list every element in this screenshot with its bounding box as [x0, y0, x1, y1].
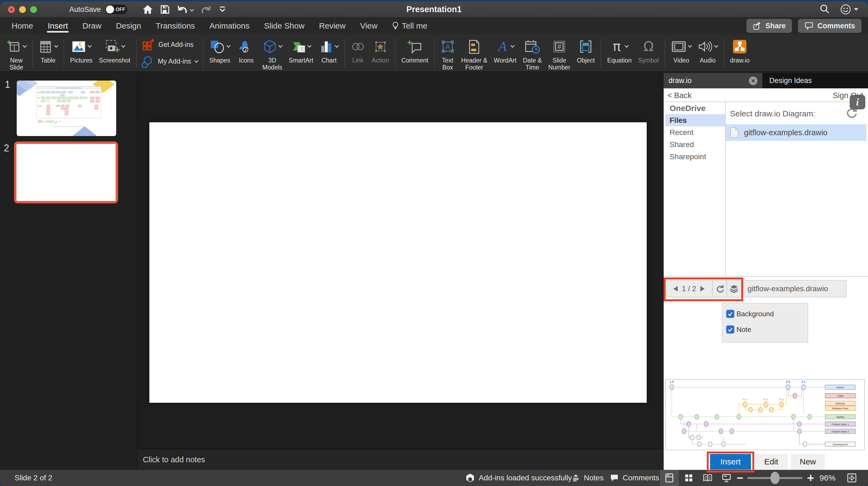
tab-animations[interactable]: Animations [202, 17, 257, 34]
ribbon-button-header-footer[interactable]: Header & Footer [458, 37, 491, 71]
diagram-filename-field[interactable]: gitflow-examples.drawio [744, 280, 847, 297]
tab-transitions[interactable]: Transitions [148, 17, 202, 34]
shapes-icon [210, 40, 225, 54]
close-window-button[interactable] [8, 6, 15, 13]
ribbon-button-my-add-ins[interactable]: My Add-ins [142, 55, 198, 68]
zoom-slider-thumb[interactable] [770, 472, 780, 484]
ribbon-button-shapes[interactable]: Shapes [206, 37, 234, 64]
slide-indicator: Slide 2 of 2 [14, 470, 52, 486]
ribbon-button-slide-number[interactable]: # Slide Number [545, 37, 574, 71]
zoom-in-button[interactable] [804, 470, 817, 486]
branch-label-feature-team-2: Feature team 2 [832, 430, 849, 433]
note-checkbox[interactable] [726, 325, 734, 333]
new-button[interactable]: New [791, 454, 825, 469]
file-item-gitflow[interactable]: gitflow-examples.drawio [726, 124, 866, 141]
panel-tab-drawio[interactable]: draw.io × [664, 73, 762, 88]
slide-canvas[interactable] [149, 122, 647, 403]
wordart-icon: A [496, 39, 509, 54]
edit-button[interactable]: Edit [755, 454, 788, 469]
layer-note-row[interactable]: Note [726, 323, 808, 336]
ribbon-button-pictures[interactable]: Pictures [67, 37, 96, 64]
new-slide-icon [6, 39, 21, 54]
lightbulb-icon [392, 21, 399, 30]
panel-close-icon[interactable]: × [749, 76, 757, 85]
slide-1-thumbnail[interactable]: Customer wants to purchase groceries onl… [17, 80, 116, 136]
tab-design[interactable]: Design [108, 17, 148, 34]
ribbon-button-video[interactable]: Video [668, 37, 695, 64]
back-link[interactable]: < Back [668, 91, 691, 100]
smartart-icon [291, 40, 306, 54]
tab-draw[interactable]: Draw [75, 17, 108, 34]
comments-toggle[interactable]: Comments [610, 470, 659, 486]
fit-slide-to-window-button[interactable] [842, 470, 861, 486]
autosave-toggle[interactable]: OFF [105, 5, 127, 14]
comments-button[interactable]: Comments [798, 19, 862, 33]
drawio-panel: draw.io × Design Ideas < Back Sign Out i… [664, 73, 868, 470]
ribbon-button-comment[interactable]: Comment [398, 37, 432, 64]
account-menu[interactable] [840, 4, 858, 15]
ribbon-button-link: Link [347, 37, 369, 64]
ribbon-button-screenshot[interactable]: Screenshot [96, 37, 133, 64]
branch-label-hotfix: Hotfix [837, 394, 843, 397]
branch-label-development: Development [833, 443, 848, 446]
thumb1-caption: A story map example constructed from bas… [53, 126, 84, 127]
title-bar: AutoSave OFF Presentation1 [0, 2, 868, 17]
ribbon-button-drawio[interactable]: draw.io [727, 37, 753, 64]
get-add-ins-icon [142, 38, 154, 51]
ribbon-button-audio[interactable]: Audio [695, 37, 721, 64]
undo-dropdown-chevron[interactable] [190, 7, 194, 11]
home-icon[interactable] [142, 4, 153, 14]
insert-button[interactable]: Insert [710, 454, 751, 469]
ribbon-button-date-time[interactable]: Date & Time [520, 37, 545, 71]
ribbon-button-chart[interactable]: Chart [316, 37, 342, 64]
sidebar-item-recent[interactable]: Recent [665, 126, 725, 138]
ribbon-button-smartart[interactable]: SmartArt [285, 37, 316, 64]
zoom-slider[interactable] [747, 477, 803, 479]
my-add-ins-icon [142, 55, 154, 68]
tab-home[interactable]: Home [4, 17, 40, 34]
sidebar-item-files[interactable]: Files [665, 114, 725, 126]
ribbon-button-icons[interactable]: Icons [234, 37, 259, 64]
customize-toolbar-icon[interactable] [219, 6, 226, 13]
info-button[interactable]: i [850, 95, 865, 109]
tab-review[interactable]: Review [312, 17, 353, 34]
ribbon-button-3d-models[interactable]: 3D Models [259, 37, 285, 71]
undo-icon[interactable] [177, 4, 188, 14]
layer-background-row[interactable]: Background [726, 307, 808, 320]
slide-2-thumbnail-selected[interactable] [14, 141, 118, 203]
fit-to-window-icon [847, 473, 857, 483]
minimize-window-button[interactable] [19, 6, 26, 13]
notes-pane[interactable]: Click to add notes [137, 449, 664, 470]
zoom-window-button[interactable] [30, 6, 37, 13]
ribbon-button-wordart[interactable]: A WordArt [491, 37, 520, 64]
ribbon-button-text-box[interactable]: A Text Box [437, 37, 458, 71]
ribbon-button-object[interactable]: Object [574, 37, 598, 64]
diagram-preview[interactable]: 1.0 2.0 2.1 RC1 RC2 RC3 [665, 379, 865, 450]
share-button[interactable]: Share [746, 19, 792, 33]
tab-slide-show[interactable]: Slide Show [257, 17, 312, 34]
sidebar-item-onedrive[interactable]: OneDrive [665, 102, 725, 114]
ribbon-button-table[interactable]: Table [35, 37, 61, 64]
zoom-percentage[interactable]: 96% [819, 470, 836, 486]
notes-toggle[interactable]: Notes [571, 470, 603, 486]
search-icon[interactable] [819, 4, 830, 15]
ribbon-button-get-add-ins[interactable]: Get Add-ins [142, 38, 193, 51]
tab-tell-me[interactable]: Tell me [385, 17, 435, 34]
sidebar-item-sharepoint[interactable]: Sharepoint [665, 151, 725, 163]
file-icon [730, 127, 739, 138]
normal-view-button[interactable] [660, 470, 679, 486]
insert-ribbon: New Slide Table Pictures Screenshot Get … [0, 34, 868, 72]
sidebar-item-shared[interactable]: Shared [665, 138, 725, 151]
svg-text:π: π [613, 39, 621, 54]
save-icon[interactable] [160, 5, 170, 14]
ribbon-button-new-slide[interactable]: New Slide [3, 37, 29, 71]
tab-insert[interactable]: Insert [40, 17, 75, 34]
screenshot-icon [104, 39, 120, 54]
slide-sorter-view-button[interactable] [679, 470, 698, 486]
panel-tab-design-ideas[interactable]: Design Ideas [762, 73, 868, 88]
svg-text:A: A [445, 42, 450, 51]
tab-view[interactable]: View [353, 17, 385, 34]
ribbon-button-equation[interactable]: π Equation [604, 37, 635, 64]
background-checkbox[interactable] [726, 310, 734, 318]
text-box-icon: A [441, 40, 455, 54]
